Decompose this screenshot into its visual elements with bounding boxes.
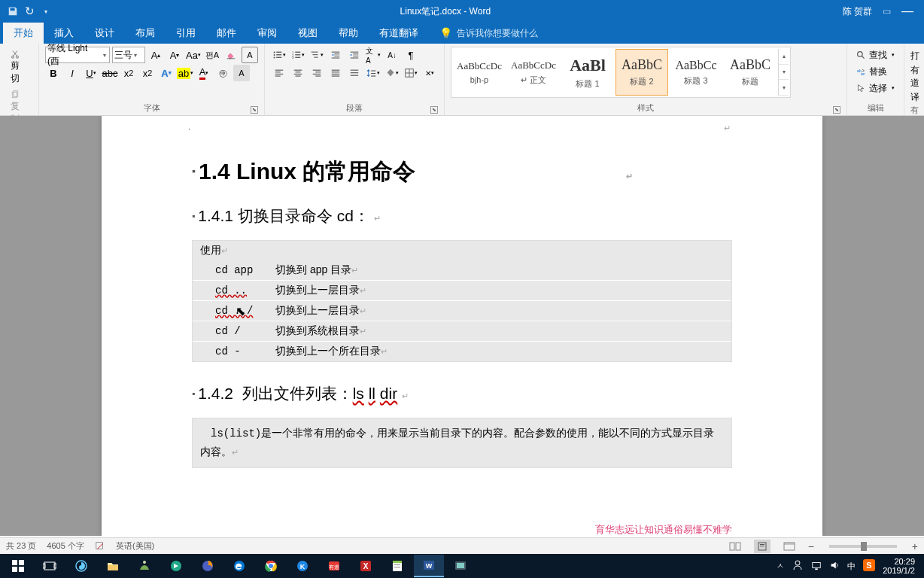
tab-insert[interactable]: 插入 — [44, 23, 84, 44]
find-button[interactable]: 查找▾ — [853, 47, 898, 63]
grow-font-button[interactable]: A▴ — [147, 47, 164, 63]
task-app-1[interactable] — [66, 555, 96, 577]
char-border-button[interactable]: A — [242, 47, 258, 63]
ime-label[interactable]: 中 — [847, 561, 856, 572]
task-vm[interactable] — [445, 555, 476, 577]
task-explorer[interactable] — [98, 555, 128, 577]
cut-button[interactable]: 剪切 — [6, 47, 32, 87]
minimize-icon[interactable]: — — [901, 5, 913, 18]
borders-button[interactable]: ▾ — [403, 65, 419, 81]
gallery-expand-icon[interactable]: ▾ — [779, 80, 789, 96]
align-left-button[interactable] — [271, 65, 287, 81]
font-size-combo[interactable]: 三号▾ — [112, 47, 145, 63]
strikethrough-button[interactable]: abc — [102, 65, 118, 81]
bullets-button[interactable]: ▾ — [271, 47, 287, 63]
style-heading3[interactable]: AaBbCc标题 3 — [670, 49, 722, 96]
table-row[interactable]: cd -切换到上一个所在目录↵ — [193, 342, 731, 361]
tab-design[interactable]: 设计 — [84, 23, 125, 44]
print-layout-button[interactable] — [754, 540, 771, 553]
task-chrome[interactable] — [256, 555, 286, 577]
youdao-open[interactable]: 打 — [910, 50, 918, 62]
style-heading1[interactable]: AaBl标题 1 — [561, 49, 614, 96]
task-edge[interactable] — [224, 555, 254, 577]
snap-to-grid-button[interactable]: ✕▾ — [421, 65, 438, 81]
web-layout-button[interactable] — [781, 540, 798, 553]
multilevel-list-button[interactable]: ▾ — [309, 47, 325, 63]
launcher-icon[interactable]: ⬊ — [833, 106, 840, 114]
text-direction-button[interactable]: 文A▾ — [365, 47, 381, 63]
task-view-button[interactable] — [35, 555, 65, 577]
gallery-scroll[interactable]: ▴▾▾ — [778, 49, 789, 96]
style-title[interactable]: AaBbC标题 — [724, 49, 777, 96]
table-row[interactable]: cd ../切换到上一层目录↵ — [193, 301, 731, 321]
align-right-button[interactable] — [309, 65, 325, 81]
qat-dropdown-icon[interactable]: ▾ — [41, 6, 51, 17]
decrease-indent-button[interactable] — [327, 47, 344, 63]
task-app-2[interactable] — [129, 555, 160, 577]
tab-references[interactable]: 引用 — [166, 23, 206, 44]
superscript-button[interactable]: x2 — [139, 65, 156, 81]
tab-help[interactable]: 帮助 — [328, 23, 369, 44]
zoom-slider[interactable] — [829, 545, 897, 548]
table-row[interactable]: cd /切换到系统根目录↵ — [193, 321, 731, 342]
start-button[interactable] — [3, 555, 33, 577]
shrink-font-button[interactable]: A▾ — [166, 47, 183, 63]
heading-2a[interactable]: ▪1.4.1 切换目录命令 cd：↵ — [192, 205, 732, 227]
enclose-char-button[interactable]: ㊥ — [214, 65, 231, 81]
table-row[interactable]: cd ..切换到上一层目录↵ — [193, 281, 731, 301]
show-marks-button[interactable]: ¶ — [403, 47, 419, 63]
task-xmind[interactable]: X — [351, 555, 381, 577]
clear-formatting-button[interactable] — [223, 47, 239, 63]
redo-icon[interactable]: ↻ — [24, 6, 35, 17]
shading-button[interactable]: ▾ — [384, 65, 400, 81]
char-shading-button[interactable]: A — [233, 65, 250, 81]
font-name-combo[interactable]: 等线 Light (西▾ — [45, 47, 110, 63]
tab-youdao[interactable]: 有道翻译 — [369, 23, 429, 44]
read-mode-button[interactable] — [727, 540, 743, 553]
ls-paragraph[interactable]: ls(list)是一个非常有用的命令，用来显示当前目录下的内容。配合参数的使用，… — [192, 418, 732, 468]
zoom-out-button[interactable]: − — [808, 540, 814, 552]
people-icon[interactable] — [792, 559, 804, 573]
subscript-button[interactable]: x2 — [120, 65, 137, 81]
page-count[interactable]: 共 23 页 — [6, 540, 36, 552]
task-youdao[interactable]: 有道 — [319, 555, 349, 577]
line-spacing-button[interactable]: ▾ — [365, 65, 381, 81]
table-row[interactable]: cd app切换到 app 目录↵ — [193, 260, 731, 281]
save-icon[interactable] — [8, 6, 18, 17]
tab-layout[interactable]: 布局 — [125, 23, 166, 44]
highlight-button[interactable]: ab▾ — [177, 65, 193, 81]
ribbon-options-icon[interactable]: ▭ — [883, 6, 891, 17]
task-notepad[interactable] — [382, 555, 412, 577]
heading-2b[interactable]: ▪1.4.2 列出文件列表：ls ll dir↵ — [192, 383, 732, 404]
launcher-icon[interactable]: ⬊ — [251, 106, 258, 114]
text-effects-button[interactable]: A▾ — [158, 65, 175, 81]
zoom-in-button[interactable]: + — [912, 540, 918, 552]
task-kugou[interactable]: K — [287, 555, 318, 577]
youdao-rec[interactable]: 译 — [910, 91, 918, 104]
style-bjhp[interactable]: AaBbCcDcbjh-p — [453, 49, 506, 96]
zoom-thumb[interactable] — [861, 542, 867, 551]
tab-review[interactable]: 审阅 — [247, 23, 287, 44]
numbering-button[interactable]: 123▾ — [290, 47, 306, 63]
distribute-button[interactable] — [346, 65, 363, 81]
task-app-3[interactable] — [161, 555, 191, 577]
volume-icon[interactable] — [829, 560, 840, 572]
task-word[interactable]: W — [414, 555, 444, 577]
tray-expand-icon[interactable]: ㅅ — [777, 561, 784, 571]
bold-button[interactable]: B — [45, 65, 62, 81]
italic-button[interactable]: I — [64, 65, 81, 81]
justify-button[interactable] — [327, 65, 344, 81]
change-case-button[interactable]: Aa▾ — [185, 47, 202, 63]
youdao-trans[interactable]: 有道 — [910, 64, 918, 90]
scroll-up-icon[interactable]: ▴ — [779, 49, 789, 65]
user-name[interactable]: 陈 贺群 — [843, 5, 872, 18]
font-color-button[interactable]: A▾ — [196, 65, 212, 81]
page[interactable]: ↵ · ▪1.4 Linux 的常用命令↵ ▪1.4.1 切换目录命令 cd：↵… — [102, 116, 822, 536]
task-firefox[interactable] — [193, 555, 223, 577]
tell-me[interactable]: 💡 告诉我你想要做什么 — [429, 27, 549, 40]
cd-table[interactable]: 使用↵ cd app切换到 app 目录↵ cd ..切换到上一层目录↵ cd … — [192, 240, 732, 362]
clock[interactable]: 20:29 2019/1/2 — [883, 557, 915, 575]
phonetic-guide-button[interactable]: 펀A — [204, 47, 220, 63]
tab-mailings[interactable]: 邮件 — [206, 23, 247, 44]
language-status[interactable]: 英语(美国) — [116, 540, 154, 552]
